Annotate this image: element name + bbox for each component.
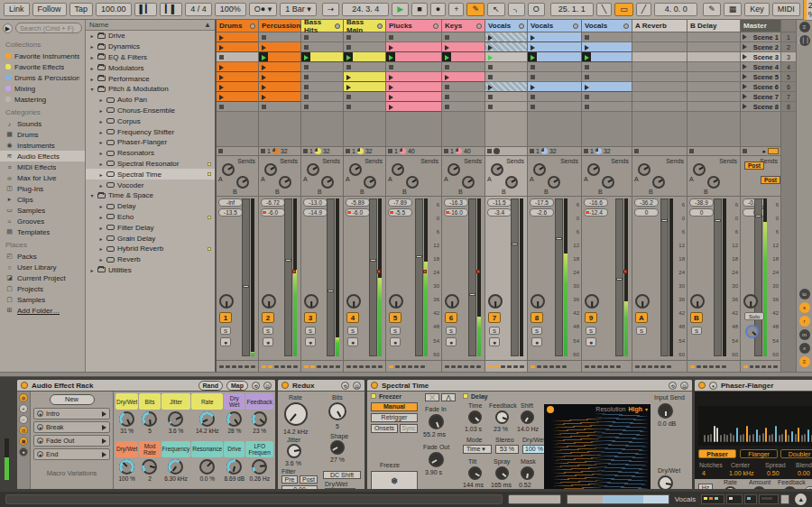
- overdub-button[interactable]: +: [448, 3, 464, 16]
- solo-button[interactable]: S: [390, 327, 401, 335]
- clip-slot[interactable]: [485, 62, 527, 72]
- clip-stop-icon[interactable]: [346, 35, 351, 40]
- collection-item-0[interactable]: Favorite Instruments: [0, 51, 85, 61]
- scene-number[interactable]: 6: [781, 82, 796, 92]
- pan-knob[interactable]: [635, 294, 650, 309]
- rate-knob[interactable]: [724, 486, 737, 489]
- scene-row[interactable]: Scene 8: [741, 102, 780, 112]
- clip-play-icon[interactable]: [219, 45, 224, 51]
- clip-stop-button[interactable]: [634, 149, 639, 153]
- scene-row[interactable]: Scene 5: [741, 72, 780, 82]
- notches-value[interactable]: 4: [702, 470, 706, 476]
- fade-in-value[interactable]: 55.2 ms: [423, 431, 446, 438]
- sidebar-item-drums[interactable]: ▦Drums: [0, 129, 85, 140]
- gain-display[interactable]: -6.0: [346, 208, 370, 217]
- freezer-manual-button[interactable]: Manual: [371, 402, 418, 411]
- tree-item-auto-pan[interactable]: ▸Auto Pan: [86, 95, 215, 106]
- volume-fader[interactable]: [369, 198, 377, 356]
- freezer-section-toggle[interactable]: [371, 393, 376, 399]
- phrase-menu[interactable]: 1 Bar ▾: [280, 3, 317, 16]
- stop-all-clips-button[interactable]: [743, 149, 747, 153]
- feedback-knob[interactable]: [495, 410, 509, 424]
- macro-knob[interactable]: [119, 459, 134, 475]
- tree-caret-icon[interactable]: ▸: [98, 118, 104, 124]
- arm-button[interactable]: ●: [489, 337, 500, 346]
- clip-slot[interactable]: [528, 102, 581, 112]
- phase-invert-button[interactable]: ⊘: [805, 486, 812, 489]
- clip-slot[interactable]: [582, 102, 632, 112]
- clip-stop-icon[interactable]: [304, 95, 309, 99]
- freeze-button[interactable]: ❅: [371, 471, 418, 489]
- volume-display[interactable]: -11.5: [487, 198, 512, 207]
- show-returns-toggle[interactable]: r: [799, 316, 810, 327]
- macro-value[interactable]: 5: [148, 428, 152, 434]
- track-header[interactable]: Vocals: [582, 20, 632, 32]
- arm-button[interactable]: ●: [347, 337, 358, 346]
- send-a-knob[interactable]: [533, 163, 546, 176]
- device-chain-thumbnails[interactable]: [701, 494, 789, 504]
- clip-slot[interactable]: [528, 92, 581, 102]
- clip-slot[interactable]: [344, 62, 385, 72]
- macro-knob[interactable]: [119, 411, 134, 427]
- clip-slot[interactable]: [386, 32, 441, 42]
- clip-play-icon[interactable]: [219, 95, 224, 100]
- fader-handle[interactable]: [512, 243, 518, 245]
- clip-stop-icon[interactable]: [346, 95, 351, 99]
- clip-slot[interactable]: [301, 102, 343, 112]
- computer-midi-keyboard-button[interactable]: ▦: [724, 3, 743, 16]
- return-activator-button[interactable]: A: [635, 312, 648, 323]
- clip-slot[interactable]: [301, 82, 343, 92]
- macro-value[interactable]: 14.2 kHz: [196, 428, 219, 434]
- clip-slot[interactable]: [485, 52, 527, 62]
- redux-drywet-value[interactable]: 31 %: [325, 488, 355, 489]
- clip-slot[interactable]: [386, 82, 441, 92]
- variation-camera-icon[interactable]: ●: [37, 410, 43, 417]
- scene-play-icon[interactable]: [743, 84, 747, 89]
- tree-item-time-space[interactable]: ▾Time & Space: [86, 190, 215, 201]
- send-b-knob[interactable]: [707, 176, 720, 189]
- clip-play-icon[interactable]: [389, 45, 393, 51]
- clip-play-icon[interactable]: [262, 75, 266, 80]
- clip-play-icon[interactable]: [585, 85, 589, 90]
- redux-dc-shift-button[interactable]: DC Shift: [323, 471, 361, 479]
- tree-caret-icon[interactable]: ▸: [98, 235, 104, 242]
- fader-handle[interactable]: [243, 285, 249, 288]
- clip-stop-icon[interactable]: [262, 105, 266, 109]
- clip-slot[interactable]: [442, 62, 484, 72]
- show-overview-icon[interactable]: ▏▏▏: [799, 35, 810, 46]
- clip-slot[interactable]: [485, 82, 527, 92]
- redux-jitter-knob[interactable]: [287, 444, 301, 458]
- clip-play-icon[interactable]: [389, 75, 393, 80]
- clip-slot[interactable]: [259, 92, 300, 102]
- tree-item-filter-delay[interactable]: ▸Filter Delay: [86, 222, 215, 233]
- volume-display[interactable]: -36.2: [634, 198, 659, 207]
- scene-play-icon[interactable]: [743, 64, 747, 69]
- scene-play-icon[interactable]: [743, 94, 747, 99]
- clip-slot[interactable]: [301, 92, 343, 102]
- clip-slot[interactable]: [259, 42, 300, 52]
- pan-knob[interactable]: [389, 294, 403, 309]
- clip-slot[interactable]: [582, 32, 632, 42]
- rack-hide-toggle[interactable]: ●: [19, 447, 28, 456]
- clip-play-icon[interactable]: [445, 75, 449, 80]
- send-b-knob[interactable]: [462, 176, 475, 189]
- track-header[interactable]: Bass Main: [344, 20, 385, 32]
- scene-row[interactable]: Scene 7: [741, 92, 780, 102]
- tree-item-spectral-resonator[interactable]: ▸Spectral Resonator: [86, 159, 215, 170]
- volume-display[interactable]: -5.89: [346, 198, 370, 207]
- tree-caret-icon[interactable]: ▸: [89, 32, 95, 39]
- solo-button[interactable]: S: [347, 327, 358, 335]
- clip-play-icon[interactable]: [219, 85, 224, 90]
- clip-play-icon[interactable]: [389, 85, 393, 90]
- show-sends-toggle[interactable]: s: [799, 302, 810, 313]
- fade-out-value[interactable]: 3.90 s: [425, 469, 442, 475]
- clip-stop-icon[interactable]: [585, 35, 589, 40]
- solo-button[interactable]: S: [220, 327, 231, 335]
- place-item-3[interactable]: ▢Projects: [0, 283, 85, 294]
- clip-slot[interactable]: [386, 92, 441, 102]
- draw-mode-button[interactable]: ✎: [466, 3, 484, 16]
- tree-item-chorus-ensemble[interactable]: ▸Chorus-Ensemble: [86, 106, 215, 116]
- redux-bits-value[interactable]: 5: [336, 423, 339, 429]
- pan-knob[interactable]: [488, 294, 503, 309]
- scene-number[interactable]: 4: [781, 62, 796, 72]
